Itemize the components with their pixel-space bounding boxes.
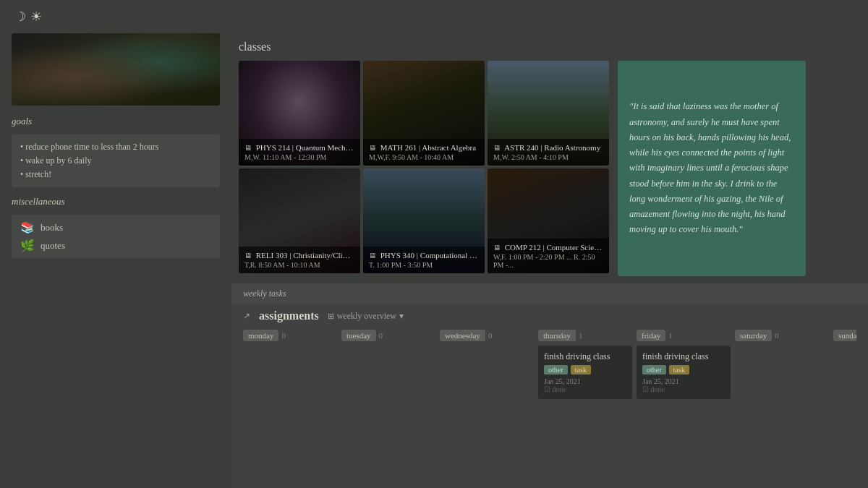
classes-section: classes 🖥 PHYS 214 | Quantum Mechani... …	[239, 33, 861, 283]
tag-task-friday-0: task	[669, 365, 689, 374]
task-title-friday-0: finish driving class	[642, 351, 725, 362]
day-header-monday: monday 0	[243, 330, 337, 341]
goals-box: reduce phone time to less than 2 hours w…	[12, 134, 220, 187]
assignments-header: ↗ assignments ⊞ weekly overview ▾	[243, 309, 856, 322]
goal-item: wake up by 6 daily	[20, 154, 211, 168]
card-overlay-reli303: 🖥 RELI 303 | Christianity/Climat... T,R.…	[239, 247, 360, 273]
day-count-monday: 0	[281, 331, 286, 340]
card-name-math261: 🖥 MATH 261 | Abstract Algebra	[369, 143, 479, 152]
day-column-wednesday: wednesday 0	[440, 330, 534, 402]
tag-task-thursday-0: task	[571, 365, 591, 374]
day-header-tuesday: tuesday 0	[341, 330, 435, 341]
day-header-friday: friday 1	[637, 330, 731, 341]
class-card-comp212[interactable]: 🖥 COMP 212 | Computer Scienc... W,F. 1:0…	[488, 168, 609, 273]
day-header-wednesday: wednesday 0	[440, 330, 534, 341]
day-header-thursday: thursday 1	[538, 330, 632, 341]
quotes-icon: 🌿	[20, 239, 35, 252]
day-badge-saturday: saturday	[735, 330, 772, 341]
day-column-saturday: saturday 0	[735, 330, 829, 402]
day-badge-sunday: sunday	[833, 330, 856, 341]
day-badge-monday: monday	[243, 330, 278, 341]
goals-list: reduce phone time to less than 2 hours w…	[20, 140, 211, 181]
card-name-phys214: 🖥 PHYS 214 | Quantum Mechani...	[244, 143, 354, 152]
day-column-sunday: sunday 0	[833, 330, 856, 402]
main-layout: goals reduce phone time to less than 2 h…	[0, 33, 868, 488]
theme-toggle[interactable]: ☽ ☀	[14, 9, 42, 25]
goals-label: goals	[12, 116, 220, 127]
quote-section: "It is said that laziness was the mother…	[618, 61, 806, 276]
day-count-saturday: 0	[775, 331, 779, 340]
classes-grid: 🖥 PHYS 214 | Quantum Mechani... M,W. 11:…	[239, 61, 609, 276]
card-icon-astr240: 🖥	[493, 144, 501, 152]
day-columns: monday 0 tuesday 0 wednesday 0	[243, 330, 856, 402]
day-count-friday: 1	[668, 331, 673, 340]
task-date-friday-0: Jan 25, 2021	[642, 377, 725, 385]
day-badge-thursday: thursday	[538, 330, 576, 341]
day-header-sunday: sunday 0	[833, 330, 856, 341]
task-status-friday-0: ☑ done	[642, 385, 725, 393]
card-icon-phys214: 🖥	[244, 144, 252, 152]
card-icon-reli303: 🖥	[244, 252, 252, 260]
tag-other-thursday-0: other	[544, 365, 568, 374]
misc-label: miscellaneous	[12, 196, 220, 207]
sun-icon: ☀	[30, 9, 42, 25]
content-area: classes 🖥 PHYS 214 | Quantum Mechani... …	[231, 33, 868, 488]
card-time-phys214: M,W. 11:10 AM - 12:30 PM	[244, 153, 354, 161]
books-icon: 📚	[20, 221, 35, 234]
misc-item-quotes-label: quotes	[41, 240, 65, 252]
card-name-phys340: 🖥 PHYS 340 | Computational Ph...	[369, 251, 479, 260]
card-name-reli303: 🖥 RELI 303 | Christianity/Climat...	[244, 251, 354, 260]
grid-icon: ⊞	[328, 312, 334, 321]
task-card-friday-0[interactable]: finish driving class other task Jan 25, …	[637, 346, 731, 399]
weekly-tasks-label: weekly tasks	[243, 288, 286, 299]
task-title-thursday-0: finish driving class	[544, 351, 626, 362]
task-card-thursday-0[interactable]: finish driving class other task Jan 25, …	[538, 346, 632, 399]
quote-box: "It is said that laziness was the mother…	[618, 61, 806, 276]
weekly-overview-label: weekly overview	[337, 311, 396, 322]
goal-item: reduce phone time to less than 2 hours	[20, 140, 211, 154]
card-overlay-phys340: 🖥 PHYS 340 | Computational Ph... T. 1:00…	[363, 247, 485, 273]
day-column-friday: friday 1 finish driving class other task…	[637, 330, 731, 402]
day-badge-friday: friday	[637, 330, 665, 341]
card-overlay-astr240: 🖥 ASTR 240 | Radio Astronomy M,W. 2:50 A…	[488, 139, 609, 166]
class-card-math261[interactable]: 🖥 MATH 261 | Abstract Algebra M,W,F. 9:5…	[363, 61, 485, 166]
quote-text: "It is said that laziness was the mother…	[629, 99, 794, 237]
card-name-comp212: 🖥 COMP 212 | Computer Scienc...	[493, 243, 603, 252]
dropdown-chevron-icon: ▾	[399, 311, 404, 322]
class-card-phys340[interactable]: 🖥 PHYS 340 | Computational Ph... T. 1:00…	[363, 168, 485, 273]
sidebar-image	[12, 33, 220, 106]
card-time-comp212: W,F. 1:00 PM - 2:20 PM ... R. 2:50 PM -.…	[493, 253, 603, 269]
misc-item-quotes[interactable]: 🌿 quotes	[20, 239, 211, 252]
class-card-astr240[interactable]: 🖥 ASTR 240 | Radio Astronomy M,W. 2:50 A…	[488, 61, 609, 166]
card-overlay-phys214: 🖥 PHYS 214 | Quantum Mechani... M,W. 11:…	[239, 139, 360, 166]
card-time-reli303: T,R. 8:50 AM - 10:10 AM	[244, 261, 354, 269]
card-time-math261: M,W,F. 9:50 AM - 10:40 AM	[369, 153, 479, 161]
misc-item-books[interactable]: 📚 books	[20, 221, 211, 234]
day-column-thursday: thursday 1 finish driving class other ta…	[538, 330, 632, 402]
card-time-phys340: T. 1:00 PM - 3:50 PM	[369, 261, 479, 269]
moon-icon: ☽	[14, 9, 26, 25]
card-overlay-math261: 🖥 MATH 261 | Abstract Algebra M,W,F. 9:5…	[363, 139, 485, 166]
day-column-monday: monday 0	[243, 330, 337, 402]
assignments-link-icon[interactable]: ↗	[243, 311, 250, 322]
class-card-reli303[interactable]: 🖥 RELI 303 | Christianity/Climat... T,R.…	[239, 168, 360, 273]
card-name-astr240: 🖥 ASTR 240 | Radio Astronomy	[493, 143, 603, 152]
day-count-thursday: 1	[579, 331, 583, 340]
card-icon-phys340: 🖥	[369, 252, 376, 260]
class-card-phys214[interactable]: 🖥 PHYS 214 | Quantum Mechani... M,W. 11:…	[239, 61, 360, 166]
goal-item: stretch!	[20, 168, 211, 181]
card-time-astr240: M,W. 2:50 AM - 4:10 PM	[493, 153, 603, 161]
task-status-thursday-0: ☑ done	[544, 385, 626, 393]
assignments-area: ↗ assignments ⊞ weekly overview ▾ monday…	[231, 304, 868, 488]
day-column-tuesday: tuesday 0	[341, 330, 435, 402]
weekly-overview-button[interactable]: ⊞ weekly overview ▾	[328, 311, 404, 322]
day-header-saturday: saturday 0	[735, 330, 829, 341]
day-count-tuesday: 0	[379, 331, 383, 340]
day-badge-wednesday: wednesday	[440, 330, 485, 341]
sidebar: goals reduce phone time to less than 2 h…	[0, 33, 231, 488]
card-icon-math261: 🖥	[369, 144, 376, 152]
misc-item-books-label: books	[41, 222, 63, 234]
card-overlay-comp212: 🖥 COMP 212 | Computer Scienc... W,F. 1:0…	[488, 239, 609, 273]
day-count-wednesday: 0	[488, 331, 493, 340]
weekly-tasks-section: weekly tasks	[231, 283, 868, 304]
